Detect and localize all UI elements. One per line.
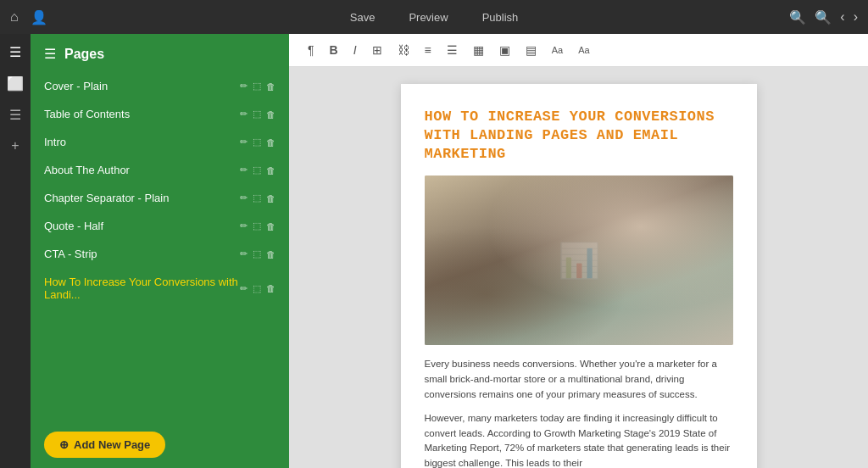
edit-intro-icon[interactable]: ✏ [240,136,248,148]
pages-title: Pages [64,47,104,62]
search-icon[interactable]: 🔍 [789,9,806,25]
page-item-cta-actions: ✏ ⬚ 🗑 [240,248,275,259]
page-item-cta-label: CTA - Strip [44,248,97,260]
link-tool[interactable]: ⛓ [392,41,415,59]
copy-landing-icon[interactable]: ⬚ [253,283,261,294]
font-scale-tool[interactable]: Aa [573,42,594,58]
edit-landing-icon[interactable]: ✏ [240,283,248,294]
delete-landing-icon[interactable]: 🗑 [266,283,275,293]
edit-quote-icon[interactable]: ✏ [240,220,248,231]
delete-toc-icon[interactable]: 🗑 [266,109,275,120]
doc-canvas: HOW TO INCREASE YOUR CONVERSIONS WITH LA… [289,67,868,468]
delete-cta-icon[interactable]: 🗑 [266,249,275,259]
prev-arrow[interactable]: ‹ [840,9,844,25]
page-item-landing-label: How To Increase Your Conversions with La… [44,276,240,301]
page-item-intro-actions: ✏ ⬚ 🗑 [240,136,275,148]
delete-cover-icon[interactable]: 🗑 [266,81,275,92]
page-item-author-label: About The Author [44,164,130,176]
publish-button[interactable]: Publish [477,8,524,27]
delete-intro-icon[interactable]: 🗑 [266,137,275,148]
save-button[interactable]: Save [345,8,381,27]
pages-sidebar-icon[interactable]: ⬜ [7,75,24,92]
delete-quote-icon[interactable]: 🗑 [266,221,275,231]
page-item-chapter-actions: ✏ ⬚ 🗑 [240,192,275,203]
page-item-quote-label: Quote - Half [44,220,103,232]
copy-cover-icon[interactable]: ⬚ [253,81,261,92]
page-item-landing[interactable]: How To Increase Your Conversions with La… [31,268,289,309]
page-item-landing-actions: ✏ ⬚ 🗑 [240,283,275,294]
top-bar-center: Save Preview Publish [180,8,688,27]
bold-tool[interactable]: B [325,41,343,59]
user-top-icon[interactable]: 👤 [31,9,47,25]
next-arrow[interactable]: › [854,9,858,25]
pages-list: Cover - Plain ✏ ⬚ 🗑 Table of Contents ✏ … [31,69,289,421]
hamburger-sidebar-icon[interactable]: ☰ [9,44,21,60]
doc-hero-image [425,176,733,345]
copy-quote-icon[interactable]: ⬚ [253,220,261,231]
edit-author-icon[interactable]: ✏ [240,164,248,176]
layout-tool[interactable]: ▤ [520,41,542,59]
top-bar: ⌂ 👤 Save Preview Publish 🔍 🔍 ‹ › [0,0,868,34]
page-item-intro[interactable]: Intro ✏ ⬚ 🗑 [31,128,289,156]
edit-cover-icon[interactable]: ✏ [240,81,248,92]
copy-toc-icon[interactable]: ⬚ [253,109,261,120]
pages-sidebar: ☰ Pages Cover - Plain ✏ ⬚ 🗑 Table of Con… [31,34,289,468]
page-item-cover[interactable]: Cover - Plain ✏ ⬚ 🗑 [31,72,289,100]
video-tool[interactable]: ▣ [494,41,515,59]
page-item-chapter[interactable]: Chapter Separator - Plain ✏ ⬚ 🗑 [31,184,289,212]
doc-title: HOW TO INCREASE YOUR CONVERSIONS WITH LA… [425,108,733,164]
add-sidebar-icon[interactable]: + [11,138,19,153]
page-item-toc-actions: ✏ ⬚ 🗑 [240,109,275,120]
copy-intro-icon[interactable]: ⬚ [253,136,261,148]
align-left-tool[interactable]: ≡ [420,41,437,59]
editor-toolbar: ¶ B I ⊞ ⛓ ≡ ☰ ▦ ▣ ▤ Aa Aa [289,34,868,67]
top-bar-right: 🔍 🔍 ‹ › [688,9,858,25]
pages-header: ☰ Pages [31,34,289,69]
doc-page: HOW TO INCREASE YOUR CONVERSIONS WITH LA… [401,84,757,468]
add-new-page-button[interactable]: ⊕ Add New Page [44,432,165,458]
doc-paragraph-2: However, many marketers today are findin… [425,411,733,468]
home-top-icon[interactable]: ⌂ [10,9,19,25]
edit-chapter-icon[interactable]: ✏ [240,192,248,203]
page-item-toc-label: Table of Contents [44,108,130,120]
page-item-author[interactable]: About The Author ✏ ⬚ 🗑 [31,156,289,184]
page-item-toc[interactable]: Table of Contents ✏ ⬚ 🗑 [31,100,289,128]
copy-chapter-icon[interactable]: ⬚ [253,192,261,203]
page-item-cover-label: Cover - Plain [44,80,108,92]
edit-cta-icon[interactable]: ✏ [240,248,248,259]
font-size-tool[interactable]: Aa [547,42,568,58]
image-tool[interactable]: ▦ [468,41,489,59]
edit-toc-icon[interactable]: ✏ [240,109,248,120]
page-item-author-actions: ✏ ⬚ 🗑 [240,164,275,176]
table-tool[interactable]: ⊞ [367,41,387,59]
copy-author-icon[interactable]: ⬚ [253,164,261,176]
delete-author-icon[interactable]: 🗑 [266,165,275,176]
top-bar-left: ⌂ 👤 [10,9,180,25]
page-item-chapter-label: Chapter Separator - Plain [44,192,169,204]
page-item-quote-actions: ✏ ⬚ 🗑 [240,220,275,231]
layers-sidebar-icon[interactable]: ☰ [9,107,21,123]
delete-chapter-icon[interactable]: 🗑 [266,193,275,203]
add-page-icon: ⊕ [59,438,69,451]
page-item-cta[interactable]: CTA - Strip ✏ ⬚ 🗑 [31,240,289,268]
copy-cta-icon[interactable]: ⬚ [253,248,261,259]
editor-area: ¶ B I ⊞ ⛓ ≡ ☰ ▦ ▣ ▤ Aa Aa HOW TO INCREAS… [289,34,868,468]
main-layout: ☰ ⬜ ☰ + ☰ Pages Cover - Plain ✏ ⬚ 🗑 Tabl… [0,34,868,468]
page-item-quote[interactable]: Quote - Half ✏ ⬚ 🗑 [31,212,289,240]
zoom-icon[interactable]: 🔍 [815,9,832,25]
paragraph-tool[interactable]: ¶ [303,41,320,59]
icon-sidebar: ☰ ⬜ ☰ + [0,34,31,468]
doc-paragraph-1: Every business needs conversions. Whethe… [425,357,733,402]
page-item-intro-label: Intro [44,136,66,148]
sidebar-hamburger-icon[interactable]: ☰ [44,46,56,62]
add-page-label: Add New Page [74,438,150,451]
page-item-cover-actions: ✏ ⬚ 🗑 [240,81,275,92]
italic-tool[interactable]: I [348,41,362,59]
align-center-tool[interactable]: ☰ [442,41,463,59]
preview-button[interactable]: Preview [403,8,453,27]
